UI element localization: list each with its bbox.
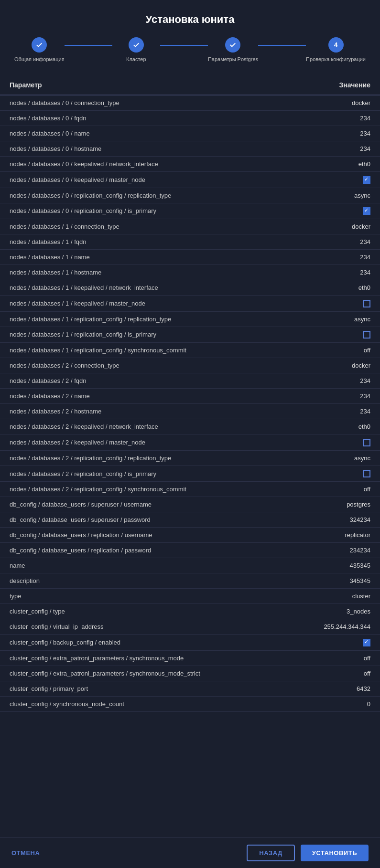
table-row: nodes / databases / 1 / name234 [0,250,380,265]
step-1: Общая информация [14,37,65,62]
check-icon-2 [133,42,140,48]
param-cell: cluster_config / virtual_ip_address [0,619,289,635]
table-row: cluster_config / virtual_ip_address255.2… [0,619,380,635]
value-cell: 234 [289,373,380,389]
check-icon [36,42,43,48]
param-cell: db_config / database_users / replication… [0,528,289,543]
value-cell: eth0 [289,419,380,434]
table-row: nodes / databases / 2 / keepalived / net… [0,419,380,434]
value-cell: 234 [289,234,380,250]
table-row: nodes / databases / 2 / replication_conf… [0,450,380,466]
step-2-label: Кластер [126,56,146,62]
checkbox-display [363,639,370,646]
param-cell: nodes / databases / 1 / replication_conf… [0,343,289,358]
param-cell: nodes / databases / 2 / replication_conf… [0,482,289,497]
value-cell: 234234 [289,543,380,558]
table-row: nodes / databases / 1 / keepalived / mas… [0,296,380,312]
step-4-circle: 4 [328,37,344,53]
col-value-header: Значение [289,75,380,95]
value-cell [289,434,380,451]
table-row: nodes / databases / 0 / name234 [0,126,380,141]
param-cell: nodes / databases / 0 / replication_conf… [0,203,289,219]
table-row: db_config / database_users / replication… [0,543,380,558]
value-cell: async [289,450,380,466]
param-cell: cluster_config / backup_config / enabled [0,635,289,651]
param-cell: cluster_config / synchronous_node_count [0,696,289,711]
value-cell: async [289,188,380,203]
table-row: nodes / databases / 0 / connection_typed… [0,95,380,111]
value-cell: 6432 [289,681,380,696]
step-2: Кластер [112,37,160,62]
param-cell: name [0,558,289,573]
value-cell: off [289,482,380,497]
table-row: nodes / databases / 1 / replication_conf… [0,311,380,327]
param-cell: nodes / databases / 2 / connection_type [0,358,289,373]
param-cell: nodes / databases / 2 / keepalived / mas… [0,434,289,451]
table-row: nodes / databases / 1 / fqdn234 [0,234,380,250]
param-cell: db_config / database_users / replication… [0,543,289,558]
param-cell: nodes / databases / 0 / keepalived / net… [0,157,289,172]
table-row: nodes / databases / 1 / keepalived / net… [0,280,380,296]
param-cell: nodes / databases / 0 / fqdn [0,111,289,126]
step-3-circle [225,37,240,53]
col-param-header: Параметр [0,75,289,95]
table-row: nodes / databases / 1 / replication_conf… [0,343,380,358]
value-cell: async [289,311,380,327]
table-row: nodes / databases / 0 / replication_conf… [0,203,380,219]
back-button[interactable]: НАЗАД [247,845,295,861]
value-cell: 0 [289,696,380,711]
footer-right-buttons: НАЗАД УСТАНОВИТЬ [247,845,369,861]
value-cell: docker [289,358,380,373]
param-cell: nodes / databases / 1 / hostname [0,265,289,280]
table-row: nodes / databases / 0 / keepalived / net… [0,157,380,172]
table-row: nodes / databases / 2 / name234 [0,389,380,404]
param-cell: nodes / databases / 1 / keepalived / net… [0,280,289,296]
install-button[interactable]: УСТАНОВИТЬ [301,845,369,861]
table-row: nodes / databases / 1 / hostname234 [0,265,380,280]
value-cell: replicator [289,528,380,543]
value-cell [289,327,380,343]
table-row: db_config / database_users / replication… [0,528,380,543]
param-cell: db_config / database_users / superuser /… [0,512,289,528]
param-cell: nodes / databases / 1 / replication_conf… [0,327,289,343]
value-cell [289,172,380,188]
step-2-circle [129,37,144,53]
table-row: nodes / databases / 2 / fqdn234 [0,373,380,389]
table-header-row: Параметр Значение [0,75,380,95]
checkbox-display [363,176,370,184]
param-cell: nodes / databases / 2 / replication_conf… [0,466,289,482]
value-cell: 234 [289,111,380,126]
table-row: cluster_config / type3_nodes [0,604,380,619]
cancel-button[interactable]: ОТМЕНА [11,849,40,857]
table-row: nodes / databases / 2 / hostname234 [0,404,380,419]
param-cell: type [0,589,289,604]
param-cell: nodes / databases / 2 / name [0,389,289,404]
value-cell: off [289,343,380,358]
table-row: typecluster [0,589,380,604]
param-cell: nodes / databases / 0 / connection_type [0,95,289,111]
value-cell [289,466,380,482]
connector-1-2 [65,45,112,46]
param-cell: nodes / databases / 1 / fqdn [0,234,289,250]
param-cell: nodes / databases / 0 / hostname [0,141,289,157]
param-cell: cluster_config / primary_port [0,681,289,696]
param-cell: nodes / databases / 1 / name [0,250,289,265]
value-cell: 234 [289,141,380,157]
footer: ОТМЕНА НАЗАД УСТАНОВИТЬ [0,837,380,868]
value-cell: 435345 [289,558,380,573]
value-cell: 234 [289,250,380,265]
value-cell [289,203,380,219]
value-cell: postgres [289,497,380,512]
table-row: nodes / databases / 2 / replication_conf… [0,466,380,482]
table-row: nodes / databases / 1 / connection_typed… [0,219,380,234]
value-cell [289,635,380,651]
table-row: db_config / database_users / superuser /… [0,497,380,512]
step-3: Параметры Postgres [208,37,258,62]
value-cell: docker [289,95,380,111]
table-row: nodes / databases / 2 / keepalived / mas… [0,434,380,451]
step-1-circle [32,37,47,53]
step-4: 4 Проверка конфигурации [306,37,366,62]
table-row: cluster_config / extra_patroni_parameter… [0,650,380,666]
param-cell: cluster_config / extra_patroni_parameter… [0,666,289,681]
table-row: nodes / databases / 1 / replication_conf… [0,327,380,343]
